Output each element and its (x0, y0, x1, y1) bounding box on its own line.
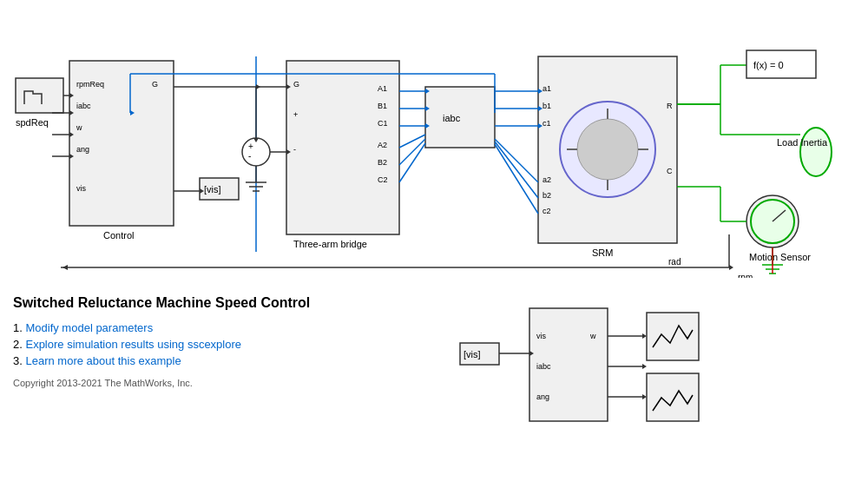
simulink-diagram: spdReq Control rpmReq iabc w ang vis G [… (0, 0, 846, 278)
svg-line-55 (399, 143, 425, 182)
svg-text:A2: A2 (378, 141, 387, 149)
fcn-block-label: f(x) = 0 (753, 60, 784, 70)
mini-diagram: [vis] vis iabc ang w (451, 291, 755, 465)
svg-line-76 (495, 144, 538, 214)
rad-label: rad (668, 257, 681, 267)
svg-text:A1: A1 (378, 84, 387, 93)
vis-block-label: [vis] (204, 184, 221, 195)
svg-text:ang: ang (536, 392, 549, 401)
svg-text:+: + (293, 110, 298, 119)
link-3[interactable]: Learn more about this example (13, 354, 430, 367)
load-inertia-label: Load Inertia (777, 137, 828, 148)
rpm-label: rpm (738, 273, 753, 278)
svg-line-75 (495, 142, 538, 198)
svg-text:+: + (248, 142, 253, 151)
svg-text:C: C (667, 167, 673, 175)
svg-text:vis: vis (76, 184, 86, 193)
svg-text:w: w (76, 123, 82, 132)
svg-text:B2: B2 (378, 158, 387, 167)
srm-label: SRM (592, 247, 613, 258)
svg-text:-: - (293, 145, 296, 154)
svg-text:b1: b1 (542, 102, 551, 110)
spd-req-label: spdReq (16, 117, 49, 128)
svg-point-84 (800, 128, 832, 176)
svg-text:G: G (152, 80, 158, 89)
svg-text:b2: b2 (542, 191, 551, 200)
svg-line-74 (495, 139, 538, 182)
bottom-text-section: Switched Reluctance Machine Speed Contro… (13, 295, 430, 388)
svg-text:G: G (293, 80, 299, 89)
iabc-block-label: iabc (443, 113, 461, 123)
svg-text:ang: ang (76, 145, 89, 154)
svg-text:C2: C2 (378, 175, 388, 184)
svg-text:rpmReq: rpmReq (76, 80, 104, 89)
motion-sensor-label: Motion Sensor (749, 252, 811, 262)
svg-text:a2: a2 (542, 175, 551, 184)
svg-text:c1: c1 (542, 119, 551, 128)
svg-text:B1: B1 (378, 102, 387, 110)
svg-marker-100 (62, 265, 68, 270)
three-arm-label: Three-arm bridge (293, 239, 367, 249)
svg-point-58 (577, 119, 638, 180)
links-list: Modify model parameters Explore simulati… (13, 321, 430, 367)
svg-text:[vis]: [vis] (464, 349, 481, 359)
svg-text:a1: a1 (542, 84, 551, 93)
link-1[interactable]: Modify model parameters (13, 321, 430, 334)
link-2[interactable]: Explore simulation results using sscexpl… (13, 338, 430, 351)
svg-text:C1: C1 (378, 119, 388, 128)
svg-line-53 (399, 135, 425, 148)
control-label: Control (103, 230, 134, 241)
svg-text:w: w (589, 332, 596, 340)
svg-text:iabc: iabc (536, 362, 551, 371)
svg-text:iabc: iabc (76, 102, 91, 110)
svg-marker-119 (642, 364, 647, 369)
copyright-text: Copyright 2013-2021 The MathWorks, Inc. (13, 378, 430, 388)
page-title: Switched Reluctance Machine Speed Contro… (13, 295, 430, 311)
svg-line-54 (399, 139, 425, 165)
svg-marker-102 (729, 265, 733, 270)
svg-text:R: R (667, 102, 673, 110)
svg-text:-: - (248, 151, 251, 161)
main-container: spdReq Control rpmReq iabc w ang vis G [… (0, 0, 868, 488)
svg-rect-1 (16, 78, 63, 113)
svg-text:c2: c2 (542, 207, 551, 215)
svg-text:vis: vis (536, 332, 546, 340)
